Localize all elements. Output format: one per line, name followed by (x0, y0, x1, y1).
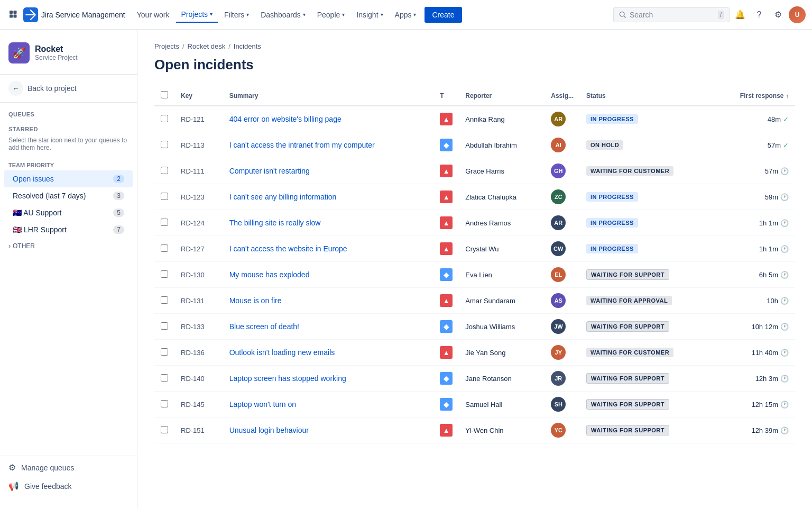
row-summary[interactable]: 404 error on website's billing page (223, 106, 434, 132)
row-checkbox-9[interactable] (161, 348, 168, 356)
summary-link[interactable]: Unusual login behaviour (229, 426, 309, 434)
row-summary[interactable]: Mouse is on fire (223, 288, 434, 314)
manage-queues-button[interactable]: ⚙ Manage queues (0, 458, 137, 477)
nav-insight[interactable]: Insight ▾ (351, 7, 388, 22)
row-checkbox-cell[interactable] (154, 314, 174, 340)
nav-dashboards[interactable]: Dashboards ▾ (255, 7, 311, 22)
row-summary[interactable]: I can't access the website in Europe (223, 236, 434, 262)
row-summary[interactable]: Laptop screen has stopped working (223, 366, 434, 392)
row-summary[interactable]: Computer isn't restarting (223, 158, 434, 184)
th-first-response[interactable]: First response ↑ (713, 86, 795, 106)
row-checkbox-10[interactable] (161, 374, 168, 382)
row-summary[interactable]: Unusual login behaviour (223, 418, 434, 443)
summary-link[interactable]: 404 error on website's billing page (229, 115, 342, 123)
summary-link[interactable]: My mouse has exploded (229, 270, 310, 279)
row-checkbox-cell[interactable] (154, 288, 174, 314)
row-summary[interactable]: I can't see any billing information (223, 184, 434, 210)
row-checkbox-6[interactable] (161, 270, 168, 278)
row-checkbox-7[interactable] (161, 296, 168, 304)
summary-link[interactable]: I can't access the intranet from my comp… (229, 141, 375, 149)
row-checkbox-5[interactable] (161, 244, 168, 252)
summary-link[interactable]: I can't access the website in Europe (229, 244, 347, 253)
row-summary[interactable]: Outlook isn't loading new emails (223, 340, 434, 366)
row-checkbox-cell[interactable] (154, 392, 174, 418)
nav-apps[interactable]: Apps ▾ (390, 7, 422, 22)
help-icon[interactable]: ? (751, 6, 768, 23)
summary-link[interactable]: Outlook isn't loading new emails (229, 348, 335, 357)
user-avatar[interactable]: U (789, 6, 806, 23)
row-checkbox-3[interactable] (161, 193, 168, 200)
row-summary[interactable]: Laptop won't turn on (223, 392, 434, 418)
row-type: ▲ (433, 236, 459, 262)
issues-table-wrap: Key Summary T Reporter Assig... Status F… (154, 86, 795, 443)
row-checkbox-cell[interactable] (154, 158, 174, 184)
row-checkbox-0[interactable] (161, 115, 168, 122)
logo[interactable]: Jira Service Management (23, 7, 125, 22)
row-checkbox-4[interactable] (161, 219, 168, 226)
row-checkbox-8[interactable] (161, 322, 168, 330)
row-status: WAITING FOR CUSTOMER (580, 340, 713, 366)
apps-grid-icon[interactable] (6, 7, 21, 22)
th-key[interactable]: Key (174, 86, 223, 106)
row-summary[interactable]: I can't access the intranet from my comp… (223, 132, 434, 158)
give-feedback-button[interactable]: 📢 Give feedback (0, 477, 137, 495)
nav-filters[interactable]: Filters ▾ (219, 7, 254, 22)
settings-icon[interactable]: ⚙ (770, 6, 787, 23)
th-reporter[interactable]: Reporter (459, 86, 545, 106)
row-checkbox-cell[interactable] (154, 132, 174, 158)
th-summary[interactable]: Summary (223, 86, 434, 106)
summary-link[interactable]: Computer isn't restarting (229, 167, 310, 175)
row-summary[interactable]: The billing site is really slow (223, 210, 434, 236)
row-checkbox-cell[interactable] (154, 418, 174, 443)
sidebar-item-lhr-support[interactable]: 🇬🇧 LHR Support 7 (4, 221, 133, 238)
row-checkbox-cell[interactable] (154, 340, 174, 366)
table-row: RD-111 Computer isn't restarting ▲ Grace… (154, 158, 795, 184)
search-icon (619, 11, 626, 19)
create-button[interactable]: Create (425, 7, 462, 23)
search-placeholder: Search (630, 11, 715, 19)
nav-projects[interactable]: Projects ▾ (176, 7, 218, 23)
row-assignee: SH (545, 392, 580, 418)
nav-your-work[interactable]: Your work (132, 7, 175, 22)
status-badge: WAITING FOR SUPPORT (586, 425, 669, 436)
row-checkbox-cell[interactable] (154, 366, 174, 392)
summary-link[interactable]: Laptop screen has stopped working (229, 374, 346, 383)
summary-link[interactable]: I can't see any billing information (229, 193, 337, 201)
summary-link[interactable]: The billing site is really slow (229, 219, 321, 227)
type-icon-service: ◆ (440, 398, 453, 411)
row-type: ▲ (433, 418, 459, 443)
notifications-icon[interactable]: 🔔 (732, 6, 749, 23)
row-checkbox-cell[interactable] (154, 184, 174, 210)
row-summary[interactable]: Blue screen of death! (223, 314, 434, 340)
th-assignee[interactable]: Assig... (545, 86, 580, 106)
row-checkbox-2[interactable] (161, 167, 168, 174)
select-all-checkbox-header[interactable] (154, 86, 174, 106)
row-first-response: 48m✓ (713, 106, 795, 132)
status-badge: ON HOLD (586, 140, 623, 150)
sidebar-item-open-issues[interactable]: Open issues 2 (4, 170, 133, 187)
row-checkbox-11[interactable] (161, 400, 168, 407)
sidebar-item-au-support[interactable]: 🇦🇺 AU Support 5 (4, 204, 133, 221)
row-summary[interactable]: My mouse has exploded (223, 262, 434, 288)
nav-people[interactable]: People ▾ (312, 7, 350, 22)
au-support-badge: 5 (113, 208, 124, 217)
search-box[interactable]: Search / (613, 7, 730, 22)
select-all-checkbox[interactable] (161, 91, 168, 98)
row-checkbox-12[interactable] (161, 426, 168, 433)
type-icon-service: ◆ (440, 268, 453, 281)
row-checkbox-cell[interactable] (154, 106, 174, 132)
breadcrumb-projects[interactable]: Projects (154, 42, 179, 50)
summary-link[interactable]: Laptop won't turn on (229, 400, 296, 409)
row-checkbox-cell[interactable] (154, 210, 174, 236)
breadcrumb-rocket-desk[interactable]: Rocket desk (188, 42, 226, 50)
th-status[interactable]: Status (580, 86, 713, 106)
other-section-toggle[interactable]: › OTHER (0, 238, 137, 254)
summary-link[interactable]: Blue screen of death! (229, 322, 299, 331)
sidebar-item-resolved[interactable]: Resolved (last 7 days) 3 (4, 187, 133, 204)
row-checkbox-cell[interactable] (154, 262, 174, 288)
summary-link[interactable]: Mouse is on fire (229, 296, 282, 305)
back-to-project-button[interactable]: ← Back to project (0, 77, 137, 100)
row-checkbox-1[interactable] (161, 141, 168, 148)
th-type[interactable]: T (433, 86, 459, 106)
row-checkbox-cell[interactable] (154, 236, 174, 262)
